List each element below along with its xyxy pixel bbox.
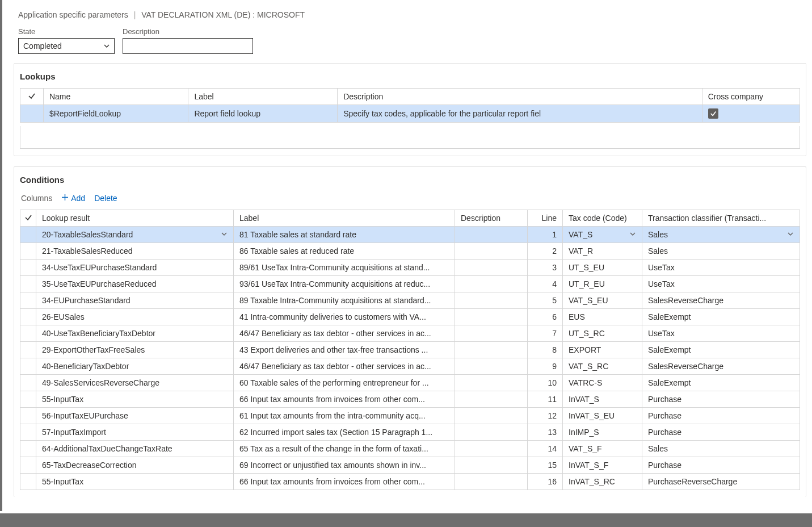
cell-classifier[interactable]: SalesReverseCharge: [642, 292, 800, 309]
table-row[interactable]: $ReportFieldLookupReport field lookupSpe…: [20, 105, 800, 123]
state-select[interactable]: Completed: [18, 38, 115, 54]
cell-lookup-result[interactable]: 29-ExportOtherTaxFreeSales: [36, 342, 234, 358]
row-selector[interactable]: [20, 424, 36, 441]
col-description[interactable]: Description: [455, 210, 528, 227]
cell-description[interactable]: [455, 292, 528, 309]
row-selector[interactable]: [20, 474, 36, 490]
cell-label[interactable]: 43 Export deliveries and other tax-free …: [234, 342, 455, 358]
cell-classifier[interactable]: Sales: [642, 227, 800, 243]
cell-lookup-result[interactable]: 40-BeneficiaryTaxDebtor: [36, 358, 234, 375]
columns-button[interactable]: Columns: [21, 194, 52, 203]
cell-tax-code[interactable]: EUS: [563, 309, 642, 325]
cell-classifier[interactable]: Purchase: [642, 408, 800, 424]
cell-classifier[interactable]: Sales: [642, 243, 800, 260]
col-cross-company[interactable]: Cross company: [702, 89, 800, 105]
select-all-header[interactable]: [20, 89, 44, 105]
cell-tax-code[interactable]: VAT_R: [563, 243, 642, 260]
row-selector[interactable]: [20, 391, 36, 408]
col-tax-code[interactable]: Tax code (Code): [563, 210, 642, 227]
cell-description[interactable]: [455, 276, 528, 292]
cell-label[interactable]: 46/47 Beneficiary as tax debtor - other …: [234, 325, 455, 342]
cell-tax-code[interactable]: InIMP_S: [563, 424, 642, 441]
cell-label[interactable]: 66 Input tax amounts from invoices from …: [234, 391, 455, 408]
cell-line[interactable]: 4: [528, 276, 563, 292]
row-selector[interactable]: [20, 342, 36, 358]
delete-button[interactable]: Delete: [94, 194, 117, 203]
table-row[interactable]: 55-InputTax66 Input tax amounts from inv…: [20, 391, 800, 408]
cell-line[interactable]: 3: [528, 260, 563, 276]
col-transaction-classifier[interactable]: Transaction classifier (Transacti...: [642, 210, 800, 227]
cell-label[interactable]: 89 Taxable Intra-Community acquisitions …: [234, 292, 455, 309]
cell-description[interactable]: [455, 441, 528, 457]
cell-label[interactable]: 93/61 UseTax Intra-Community acquisition…: [234, 276, 455, 292]
cell-name[interactable]: $ReportFieldLookup: [43, 105, 188, 123]
table-row[interactable]: 65-TaxDecreaseCorrection69 Incorrect or …: [20, 457, 800, 474]
cell-lookup-result[interactable]: 35-UseTaxEUPurchaseReduced: [36, 276, 234, 292]
cell-tax-code[interactable]: InVAT_S_EU: [563, 408, 642, 424]
cell-description[interactable]: [455, 309, 528, 325]
cell-line[interactable]: 5: [528, 292, 563, 309]
cell-line[interactable]: 6: [528, 309, 563, 325]
row-selector[interactable]: [20, 105, 44, 123]
cell-label[interactable]: 81 Taxable sales at standard rate: [234, 227, 455, 243]
chevron-down-icon[interactable]: [787, 230, 794, 239]
table-row[interactable]: 40-UseTaxBeneficiaryTaxDebtor46/47 Benef…: [20, 325, 800, 342]
add-button[interactable]: Add: [61, 194, 85, 203]
cell-tax-code[interactable]: InVAT_S: [563, 391, 642, 408]
cell-description[interactable]: [455, 391, 528, 408]
cell-tax-code[interactable]: UT_S_RC: [563, 325, 642, 342]
cell-tax-code[interactable]: InVAT_S_F: [563, 457, 642, 474]
cell-description[interactable]: [455, 260, 528, 276]
checkbox-checked-icon[interactable]: [708, 108, 718, 119]
cell-label[interactable]: 62 Incurred import sales tax (Section 15…: [234, 424, 455, 441]
row-selector[interactable]: [20, 358, 36, 375]
cell-label[interactable]: 61 Input tax amounts from the intra-comm…: [234, 408, 455, 424]
col-description[interactable]: Description: [338, 89, 702, 105]
cell-line[interactable]: 8: [528, 342, 563, 358]
table-row[interactable]: 21-TaxableSalesReduced86 Taxable sales a…: [20, 243, 800, 260]
row-selector[interactable]: [20, 292, 36, 309]
row-selector[interactable]: [20, 325, 36, 342]
table-row[interactable]: 49-SalesServicesReverseCharge60 Taxable …: [20, 375, 800, 391]
cell-label[interactable]: 86 Taxable sales at reduced rate: [234, 243, 455, 260]
cell-tax-code[interactable]: EXPORT: [563, 342, 642, 358]
row-selector[interactable]: [20, 260, 36, 276]
row-selector[interactable]: [20, 441, 36, 457]
cell-classifier[interactable]: Purchase: [642, 457, 800, 474]
cell-description[interactable]: [455, 457, 528, 474]
chevron-down-icon[interactable]: [629, 230, 636, 239]
description-input[interactable]: [123, 38, 253, 54]
chevron-down-icon[interactable]: [221, 230, 228, 239]
cell-description[interactable]: [455, 375, 528, 391]
cell-label[interactable]: 60 Taxable sales of the performing entre…: [234, 375, 455, 391]
cell-description[interactable]: [455, 243, 528, 260]
cell-line[interactable]: 7: [528, 325, 563, 342]
cell-line[interactable]: 13: [528, 424, 563, 441]
cell-classifier[interactable]: SaleExempt: [642, 375, 800, 391]
cell-cross-company[interactable]: [702, 105, 800, 123]
cell-classifier[interactable]: UseTax: [642, 325, 800, 342]
cell-classifier[interactable]: PurchaseReverseCharge: [642, 474, 800, 490]
cell-line[interactable]: 1: [528, 227, 563, 243]
cell-line[interactable]: 9: [528, 358, 563, 375]
row-selector[interactable]: [20, 243, 36, 260]
cell-classifier[interactable]: Sales: [642, 441, 800, 457]
table-row[interactable]: 34-EUPurchaseStandard89 Taxable Intra-Co…: [20, 292, 800, 309]
cell-lookup-result[interactable]: 57-InputTaxImport: [36, 424, 234, 441]
cell-classifier[interactable]: Purchase: [642, 391, 800, 408]
cell-description[interactable]: [455, 358, 528, 375]
row-selector[interactable]: [20, 375, 36, 391]
cell-label[interactable]: 46/47 Beneficiary as tax debtor - other …: [234, 358, 455, 375]
cell-tax-code[interactable]: InVAT_S_RC: [563, 474, 642, 490]
cell-tax-code[interactable]: UT_S_EU: [563, 260, 642, 276]
cell-lookup-result[interactable]: 34-UseTaxEUPurchaseStandard: [36, 260, 234, 276]
table-row[interactable]: 57-InputTaxImport62 Incurred import sale…: [20, 424, 800, 441]
table-row[interactable]: 35-UseTaxEUPurchaseReduced93/61 UseTax I…: [20, 276, 800, 292]
cell-line[interactable]: 16: [528, 474, 563, 490]
cell-classifier[interactable]: SaleExempt: [642, 309, 800, 325]
cell-description[interactable]: Specify tax codes, applicable for the pa…: [338, 105, 702, 123]
row-selector[interactable]: [20, 408, 36, 424]
cell-classifier[interactable]: Purchase: [642, 424, 800, 441]
cell-classifier[interactable]: UseTax: [642, 260, 800, 276]
col-label[interactable]: Label: [188, 89, 338, 105]
